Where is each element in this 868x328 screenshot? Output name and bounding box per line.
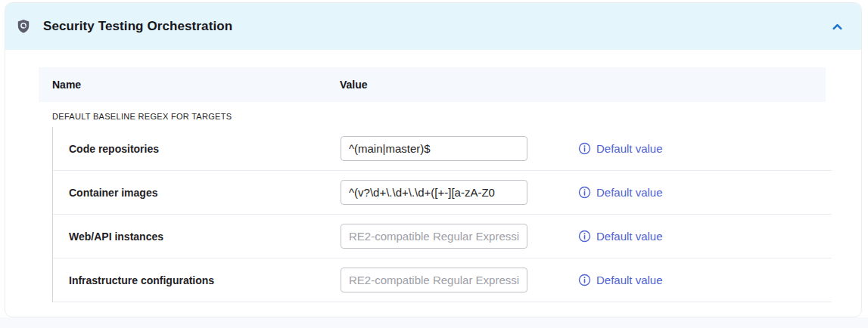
- column-header-name: Name: [52, 79, 340, 91]
- security-testing-orchestration-panel: Security Testing Orchestration Name Valu…: [5, 2, 862, 317]
- setting-name: Container images: [69, 187, 341, 199]
- default-value-label: Default value: [596, 186, 663, 199]
- table-row: Web/API instances Default value: [53, 215, 832, 258]
- table-row: Container images Default value: [53, 171, 832, 215]
- default-value-link[interactable]: Default value: [578, 186, 663, 199]
- section-label: DEFAULT BASELINE REGEX FOR TARGETS: [52, 112, 861, 121]
- setting-name: Infrastructure configurations: [69, 274, 341, 286]
- info-icon: [578, 274, 591, 286]
- settings-table: Name Value DEFAULT BASELINE REGEX FOR TA…: [39, 67, 861, 302]
- setting-name: Code repositories: [69, 143, 341, 155]
- info-icon: [578, 230, 591, 243]
- regex-input[interactable]: [341, 268, 527, 292]
- default-value-link[interactable]: Default value: [578, 274, 663, 286]
- regex-input[interactable]: [341, 136, 527, 161]
- info-icon: [578, 186, 591, 199]
- shield-icon: [16, 19, 31, 34]
- settings-rows-group: Code repositories Default value Containe…: [52, 127, 832, 302]
- default-value-label: Default value: [596, 274, 663, 286]
- column-header-value: Value: [340, 79, 368, 91]
- panel-title: Security Testing Orchestration: [43, 19, 814, 34]
- panel-header[interactable]: Security Testing Orchestration: [5, 3, 861, 50]
- table-row: Infrastructure configurations Default va…: [53, 258, 832, 302]
- page-background-strip: [0, 317, 868, 328]
- regex-input[interactable]: [341, 180, 527, 205]
- collapse-button[interactable]: [826, 16, 848, 37]
- chevron-up-icon: [831, 20, 844, 33]
- regex-input[interactable]: [341, 224, 527, 249]
- default-value-link[interactable]: Default value: [578, 230, 663, 243]
- default-value-label: Default value: [596, 142, 663, 155]
- table-header-row: Name Value: [39, 67, 826, 102]
- table-row: Code repositories Default value: [53, 127, 832, 171]
- setting-name: Web/API instances: [69, 231, 341, 243]
- default-value-link[interactable]: Default value: [578, 142, 663, 155]
- info-icon: [578, 142, 591, 155]
- default-value-label: Default value: [596, 230, 663, 243]
